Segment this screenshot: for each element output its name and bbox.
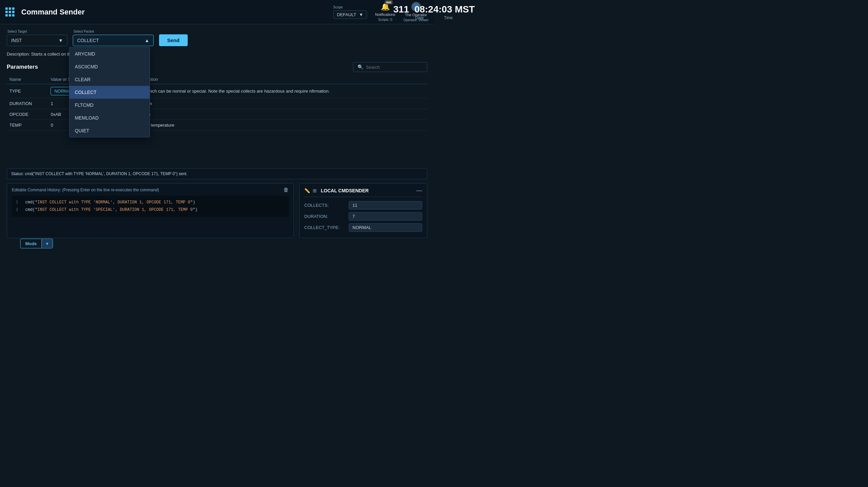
history-panel: Editable Command History: (Pressing Ente… bbox=[7, 183, 294, 238]
dropdown-item-memload[interactable]: MEMLOAD bbox=[69, 111, 150, 124]
send-button[interactable]: Send bbox=[159, 34, 188, 46]
app-header: Command Sender Mode ▼ 311 08:24:03 MST D… bbox=[0, 0, 434, 24]
mode-dropdown-arrow[interactable]: ▼ bbox=[41, 239, 53, 244]
panel-title: LOCAL CMDSENDER bbox=[321, 188, 413, 193]
app-title: Command Sender bbox=[21, 8, 85, 17]
panel-row: COLLECTS: 11 bbox=[304, 201, 422, 209]
grid-panel-icon[interactable]: ⊞ bbox=[313, 188, 317, 193]
param-description: Collect temperature bbox=[133, 120, 427, 131]
mode-label[interactable]: Mode bbox=[21, 239, 41, 244]
packet-value: COLLECT bbox=[77, 38, 99, 43]
param-name: OPCODE bbox=[7, 109, 48, 120]
dropdown-item-quiet[interactable]: QUIET bbox=[69, 124, 150, 137]
scope-arrow-icon: ▼ bbox=[359, 12, 363, 17]
param-description: opcode bbox=[133, 109, 427, 120]
history-line-num: 2 bbox=[16, 206, 21, 214]
target-label: Select Target bbox=[7, 30, 67, 33]
notifications-label: Notifications bbox=[375, 12, 395, 17]
scope-label: Scope bbox=[333, 5, 367, 9]
dropdown-item-collect[interactable]: COLLECT bbox=[69, 86, 150, 99]
notification-count-badge: 444 bbox=[385, 0, 393, 4]
status-text: Status: cmd("INST COLLECT with TYPE 'NOR… bbox=[11, 171, 187, 176]
status-bar: Status: cmd("INST COLLECT with TYPE 'NOR… bbox=[7, 168, 427, 179]
scope-dropdown[interactable]: DEFAULT ▼ bbox=[333, 10, 367, 19]
panel-key: DURATION: bbox=[304, 214, 345, 219]
history-string: INST COLLECT with TYPE 'NORMAL', DURATIO… bbox=[37, 200, 190, 205]
packet-arrow-icon: ▲ bbox=[145, 38, 149, 43]
scope-value: DEFAULT bbox=[337, 12, 356, 17]
param-description: duration bbox=[133, 98, 427, 109]
grid-icon bbox=[5, 7, 14, 17]
packet-label: Select Packet bbox=[73, 30, 154, 33]
target-arrow-icon: ▼ bbox=[58, 38, 63, 43]
col-description: Description bbox=[133, 75, 427, 84]
target-value: INST bbox=[11, 38, 22, 43]
history-cmd-text[interactable]: cmd("INST COLLECT with TYPE 'SPECIAL', D… bbox=[25, 206, 197, 214]
history-code: 1 cmd("INST COLLECT with TYPE 'NORMAL', … bbox=[12, 196, 289, 217]
right-panel: ✏️ ⊞ LOCAL CMDSENDER — COLLECTS: 11 DURA… bbox=[299, 183, 427, 238]
search-input[interactable] bbox=[366, 65, 423, 70]
header-time: 08:24:03 MST bbox=[414, 4, 434, 15]
history-delete-icon[interactable]: 🗑 bbox=[283, 187, 289, 193]
panel-key: COLLECT_TYPE: bbox=[304, 225, 345, 230]
notifications-section: 🔔 444 Notifications Scripts: 0 bbox=[375, 2, 395, 22]
col-name: Name bbox=[7, 75, 48, 84]
packet-dropdown-menu: ARYCMD ASCIICMD CLEAR COLLECT FLTCMD MEM… bbox=[69, 47, 150, 137]
mode-button[interactable]: Mode ▼ bbox=[20, 239, 53, 244]
dropdown-item-fltcmd[interactable]: FLTCMD bbox=[69, 99, 150, 111]
bottom-section: Editable Command History: (Pressing Ente… bbox=[7, 183, 427, 238]
header-datetime-section: 311 08:24:03 MST Date Time bbox=[393, 4, 434, 20]
packet-field-group: Select Packet COLLECT ▲ bbox=[73, 30, 154, 46]
date-label: Date bbox=[415, 15, 424, 20]
panel-key: COLLECTS: bbox=[304, 203, 345, 208]
history-title: Editable Command History: (Pressing Ente… bbox=[12, 188, 159, 192]
scope-section: Scope DEFAULT ▼ bbox=[333, 5, 367, 19]
notifications-scripts: Scripts: 0 bbox=[378, 18, 392, 22]
header-date: 311 bbox=[393, 4, 409, 15]
dropdown-item-arycmd[interactable]: ARYCMD bbox=[69, 47, 150, 60]
main-content: Select Target INST ▼ Select Packet COLLE… bbox=[0, 24, 434, 244]
param-name: DURATION bbox=[7, 98, 48, 109]
parameters-title: Parameters bbox=[7, 64, 38, 70]
pencil-icon[interactable]: ✏️ bbox=[304, 188, 310, 193]
param-description: type which can be normal or special. Not… bbox=[133, 84, 427, 98]
packet-dropdown[interactable]: COLLECT ▲ bbox=[73, 35, 154, 46]
select-row: Select Target INST ▼ Select Packet COLLE… bbox=[7, 30, 427, 46]
search-box[interactable]: 🔍 bbox=[353, 62, 427, 72]
target-field-group: Select Target INST ▼ bbox=[7, 30, 67, 46]
search-icon: 🔍 bbox=[358, 64, 363, 70]
history-header: Editable Command History: (Pressing Ente… bbox=[12, 187, 289, 193]
param-name: TEMP bbox=[7, 120, 48, 131]
target-dropdown[interactable]: INST ▼ bbox=[7, 35, 67, 46]
panel-rows: COLLECTS: 11 DURATION: 7 COLLECT_TYPE: N… bbox=[304, 201, 422, 232]
panel-value: NORMAL bbox=[349, 223, 422, 232]
history-cmd-text[interactable]: cmd("INST COLLECT with TYPE 'NORMAL', DU… bbox=[25, 199, 195, 206]
panel-collapse-icon[interactable]: — bbox=[416, 187, 422, 194]
panel-value: 11 bbox=[349, 201, 422, 209]
panel-row: DURATION: 7 bbox=[304, 212, 422, 221]
dropdown-item-asciicmd[interactable]: ASCIICMD bbox=[69, 60, 150, 73]
panel-row: COLLECT_TYPE: NORMAL bbox=[304, 223, 422, 232]
param-name: TYPE bbox=[7, 84, 48, 98]
right-panel-header: ✏️ ⊞ LOCAL CMDSENDER — bbox=[304, 187, 422, 197]
history-line-num: 1 bbox=[16, 199, 21, 206]
history-line[interactable]: 1 cmd("INST COLLECT with TYPE 'NORMAL', … bbox=[16, 199, 285, 206]
history-string: INST COLLECT with TYPE 'SPECIAL', DURATI… bbox=[37, 207, 193, 212]
dropdown-item-clear[interactable]: CLEAR bbox=[69, 73, 150, 86]
panel-value: 7 bbox=[349, 212, 422, 221]
history-line[interactable]: 2 cmd("INST COLLECT with TYPE 'SPECIAL',… bbox=[16, 206, 285, 214]
